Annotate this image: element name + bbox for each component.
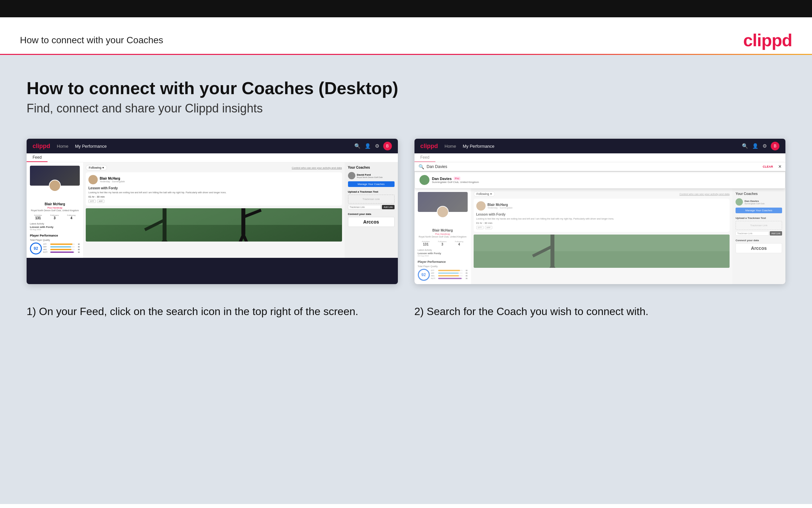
- page-title: How to connect with your Coaches: [20, 35, 163, 46]
- coaches-title-right: Your Coaches: [735, 192, 782, 196]
- dan-club: Sunningdale Golf Club: [745, 203, 764, 205]
- bar-app: APP 85: [43, 246, 80, 248]
- feed-avatar: [88, 175, 98, 184]
- trackman-placeholder-box: Trackman Link: [348, 195, 394, 204]
- search-result-item[interactable]: Dan Davies Pro Sunningdale Golf Club, Un…: [418, 174, 782, 186]
- user-avatar-icon[interactable]: B: [383, 142, 392, 151]
- app-nav: clippd Home My Performance 🔍 👤 ⚙ B: [27, 139, 398, 153]
- profile-cover: [30, 166, 80, 186]
- search-icon-right[interactable]: 🔍: [742, 143, 748, 149]
- right-panel: Your Coaches David Ford Royal North Devo…: [345, 162, 398, 258]
- feed-card-name: Blair McHarg: [100, 177, 125, 180]
- coach-club-david: Royal North Devon Golf Club: [357, 176, 383, 178]
- nav-home-right[interactable]: Home: [445, 144, 457, 149]
- feed-card-header: Blair McHarg Yesterday · Sunningdale: [88, 175, 339, 184]
- profile-icon-right[interactable]: 👤: [752, 143, 759, 149]
- profile-avatar: [49, 180, 61, 192]
- clippd-logo: clippd: [743, 30, 792, 50]
- tag-app: APP: [97, 200, 104, 203]
- center-feed: Following ▾ Control who can see your act…: [83, 162, 345, 258]
- bar-ott: OTT 90: [43, 243, 80, 245]
- screenshots-row: clippd Home My Performance 🔍 👤 ⚙ B Feed: [27, 139, 785, 284]
- coach-avatar-david: [348, 172, 355, 179]
- trackman-placeholder-right: Trackman Link: [735, 221, 782, 230]
- coach-item-david: David Ford Royal North Devon Golf Club: [348, 172, 394, 179]
- arccos-logo: Arccos: [348, 217, 394, 227]
- result-avatar: [420, 175, 429, 185]
- dan-info: Dan Davies Sunningdale Golf Club: [745, 200, 764, 205]
- bar-putt: PUTT 96: [43, 251, 80, 253]
- profile-icon[interactable]: 👤: [365, 143, 371, 149]
- search-icon[interactable]: 🔍: [354, 143, 361, 149]
- search-query-text: Dan Davies: [427, 164, 760, 169]
- coach-name-david: David Ford: [357, 173, 383, 176]
- total-quality-label: Total Player Quality: [30, 239, 80, 241]
- control-link[interactable]: Control who can see your activity and da…: [292, 166, 342, 169]
- trackman-title-right: Upload a Trackman Test: [735, 217, 782, 220]
- main-content: How to connect with your Coaches (Deskto…: [0, 55, 812, 504]
- following-row: Following ▾ Control who can see your act…: [86, 165, 342, 170]
- user-avatar-icon-right[interactable]: B: [771, 142, 779, 151]
- stat-following: Following 4: [67, 214, 76, 220]
- add-link-button[interactable]: Add Link: [382, 205, 394, 209]
- clear-button[interactable]: CLEAR: [763, 165, 773, 168]
- nav-icons: 🔍 👤 ⚙ B: [354, 142, 392, 151]
- feed-card-info: Blair McHarg Yesterday · Sunningdale: [100, 177, 125, 183]
- player-performance-title: Player Performance: [30, 234, 80, 237]
- trackman-title: Upload a Trackman Test: [348, 190, 394, 193]
- trackman-input[interactable]: [348, 205, 381, 209]
- nav-home[interactable]: Home: [57, 144, 68, 149]
- trackman-section-right: Upload a Trackman Test Trackman Link Add…: [735, 217, 782, 236]
- result-tag: Pro: [454, 177, 460, 180]
- steps-row: 1) On your Feed, click on the search ico…: [27, 304, 785, 319]
- svg-rect-14: [474, 235, 730, 251]
- dan-avatar: [735, 198, 743, 206]
- profile-handicap: Plus Handicap: [30, 207, 80, 209]
- profile-avatar-right: [437, 206, 449, 218]
- profile-club-right: Royal North Devon Golf Club, United King…: [418, 236, 468, 238]
- app-body: Blair McHarg Plus Handicap Royal North D…: [27, 162, 398, 258]
- coach-item-dan: Dan Davies Sunningdale Golf Club: [735, 198, 782, 206]
- coach-info-david: David Ford Royal North Devon Golf Club: [357, 173, 383, 178]
- latest-activity-name: Lesson with Fordy: [30, 225, 80, 228]
- step2-description: 2) Search for the Coach you wish to conn…: [415, 304, 786, 319]
- close-search-button[interactable]: ×: [778, 164, 781, 170]
- feed-card: Blair McHarg Yesterday · Sunningdale Les…: [86, 172, 342, 206]
- lesson-duration: 01 hr : 30 min: [88, 195, 339, 198]
- app-nav-right: clippd Home My Performance 🔍 👤 ⚙ B: [415, 139, 786, 153]
- app-body-right: Blair McHarg Plus Handicap Royal North D…: [415, 188, 786, 284]
- profile-name: Blair McHarg: [30, 202, 80, 206]
- add-link-button-right[interactable]: Add Link: [770, 231, 782, 236]
- nav-myperformance[interactable]: My Performance: [75, 144, 107, 149]
- quality-score: 92: [30, 243, 42, 254]
- app-screen-right: clippd Home My Performance 🔍 👤 ⚙ B Feed: [415, 139, 786, 284]
- manage-coaches-button-right[interactable]: Manage Your Coaches: [735, 208, 782, 213]
- result-club: Sunningdale Golf Club, United Kingdom: [432, 181, 479, 184]
- stats-row-right: Activities 131 Followers 3 Following 4: [418, 241, 468, 246]
- result-name: Dan Davies: [432, 177, 452, 181]
- nav-myperformance-right[interactable]: My Performance: [463, 144, 494, 149]
- lesson-title: Lesson with Fordy: [88, 186, 339, 190]
- latest-activity-date: 03 Aug 2022: [30, 228, 80, 230]
- stats-row: Activities 131 Followers 3 Following 4: [30, 214, 80, 220]
- stat-followers: Followers 3: [50, 214, 59, 220]
- footer: Copyright Clippd 2022: [0, 504, 812, 508]
- manage-coaches-button[interactable]: Manage Your Coaches: [348, 181, 394, 187]
- app-screen-left: clippd Home My Performance 🔍 👤 ⚙ B Feed: [27, 139, 398, 258]
- feed-tab[interactable]: Feed: [27, 153, 48, 162]
- following-button[interactable]: Following ▾: [86, 165, 107, 170]
- settings-icon-right[interactable]: ⚙: [762, 143, 767, 149]
- tag-off: OTT: [88, 200, 96, 203]
- trackman-section: Upload a Trackman Test Trackman Link Add…: [348, 190, 394, 209]
- quality-row: 92 OTT 90 APP 85: [30, 243, 80, 254]
- stat-activities: Activities 131: [34, 214, 42, 220]
- top-bar: [0, 0, 812, 17]
- dan-name: Dan Davies: [745, 200, 764, 203]
- feed-image: [86, 208, 342, 242]
- settings-icon[interactable]: ⚙: [375, 143, 379, 149]
- trackman-input-right[interactable]: [735, 231, 769, 236]
- app-logo: clippd: [33, 143, 50, 150]
- feed-card-sub: Yesterday · Sunningdale: [100, 180, 125, 183]
- profile-handicap-right: Plus Handicap: [418, 233, 468, 235]
- left-panel-right: Blair McHarg Plus Handicap Royal North D…: [415, 188, 471, 284]
